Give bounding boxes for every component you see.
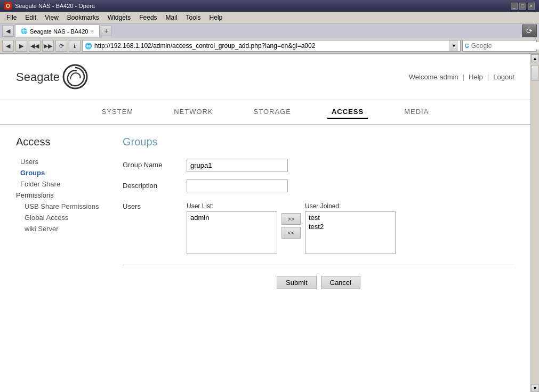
browser-title: Seagate NAS - BA420 - Opera: [15, 3, 95, 9]
group-name-row: Group Name: [123, 159, 514, 172]
menu-widgets[interactable]: Widgets: [103, 13, 135, 22]
sidebar-item-groups[interactable]: Groups: [16, 167, 112, 178]
maximize-button[interactable]: □: [519, 3, 526, 10]
logo-icon: [61, 62, 90, 92]
sidebar-item-users[interactable]: Users: [16, 156, 112, 167]
header-links: Welcome admin | Help | Logout: [409, 73, 514, 81]
submit-button[interactable]: Submit: [277, 276, 316, 289]
page-wrapper: Seagate Welcome admin | Help | Logout: [0, 54, 530, 374]
opera-home-button[interactable]: ⟳: [522, 24, 537, 37]
description-label: Description: [123, 179, 187, 190]
help-link[interactable]: Help: [469, 73, 483, 81]
window-controls[interactable]: _ □ ×: [511, 3, 535, 10]
minimize-button[interactable]: _: [511, 3, 518, 10]
form-divider: [123, 265, 514, 265]
sidebar-item-wiki[interactable]: wiki Server: [16, 223, 112, 234]
scroll-thumb[interactable]: [532, 65, 538, 81]
nav-back-button[interactable]: ◀: [2, 40, 14, 52]
menu-help[interactable]: Help: [205, 13, 227, 22]
user-list-label: User List:: [187, 202, 277, 210]
group-name-label: Group Name: [123, 159, 187, 169]
address-icon: 🌐: [85, 43, 92, 50]
action-buttons: Submit Cancel: [123, 276, 514, 289]
nav-fastforward-button[interactable]: ▶▶: [42, 40, 54, 52]
sidebar-item-global-access[interactable]: Global Access: [16, 212, 112, 223]
nav-reload-button[interactable]: ⟳: [55, 40, 67, 52]
tab-close-button[interactable]: ×: [91, 28, 94, 34]
browser-content: Seagate Welcome admin | Help | Logout: [0, 54, 539, 392]
user-list-wrap: User List: admin: [187, 202, 277, 254]
nav-stop-button[interactable]: ℹ: [69, 40, 81, 52]
menu-bookmarks[interactable]: Bookmarks: [63, 13, 103, 22]
list-item[interactable]: test: [307, 213, 394, 222]
opera-icon: O: [4, 2, 12, 10]
nav-forward-button[interactable]: ▶: [15, 40, 27, 52]
user-joined-box[interactable]: test test2: [305, 211, 396, 254]
tab-label: Seagate NAS - BA420: [30, 28, 88, 35]
list-item[interactable]: test2: [307, 222, 394, 231]
menu-edit[interactable]: Edit: [21, 13, 41, 22]
logo-text: Seagate: [16, 70, 60, 84]
scroll-down-button[interactable]: ▼: [531, 384, 539, 392]
address-input-wrap: 🌐 ▼: [82, 40, 461, 52]
nav-media[interactable]: MEDIA: [400, 105, 433, 119]
sidebar-item-folder-share[interactable]: Folder Share: [16, 178, 112, 190]
scroll-up-button[interactable]: ▲: [531, 54, 539, 62]
body-layout: Access Users Groups Folder Share Permiss…: [0, 125, 530, 300]
new-tab-button[interactable]: +: [101, 26, 111, 36]
sidebar-item-usb-share[interactable]: USB Share Permissions: [16, 201, 112, 212]
welcome-text: Welcome admin: [409, 73, 458, 81]
main-content: Groups Group Name Description: [112, 136, 514, 289]
menu-bar: File Edit View Bookmarks Widgets Feeds M…: [0, 12, 539, 23]
users-field: User List: admin >> <<: [187, 200, 514, 254]
svg-point-0: [63, 65, 87, 88]
main-nav: SYSTEM NETWORK STORAGE ACCESS MEDIA: [0, 100, 530, 125]
nav-network[interactable]: NETWORK: [170, 105, 217, 119]
scroll-track[interactable]: [531, 62, 539, 384]
users-row: Users User List: admin: [123, 200, 514, 254]
group-name-input[interactable]: [187, 159, 288, 172]
page-title: Groups: [123, 136, 514, 148]
page-content: Seagate Welcome admin | Help | Logout: [0, 54, 530, 392]
tab-bar: ◀ 🌐 Seagate NAS - BA420 × + ⟳: [0, 23, 539, 38]
nav-system[interactable]: SYSTEM: [98, 105, 138, 119]
menu-mail[interactable]: Mail: [162, 13, 182, 22]
tab-favicon: 🌐: [21, 28, 27, 34]
description-input[interactable]: [187, 179, 288, 192]
users-label: Users: [123, 200, 187, 210]
search-input[interactable]: [471, 42, 539, 50]
group-name-field: [187, 159, 514, 172]
logout-link[interactable]: Logout: [493, 73, 514, 81]
arrow-buttons: >> <<: [281, 202, 301, 239]
description-row: Description: [123, 179, 514, 192]
seagate-logo: Seagate: [16, 62, 90, 92]
active-tab[interactable]: 🌐 Seagate NAS - BA420 ×: [15, 24, 100, 37]
menu-tools[interactable]: Tools: [182, 13, 205, 22]
scrollbar[interactable]: ▲ ▼: [530, 54, 539, 392]
nav-storage[interactable]: STORAGE: [250, 105, 295, 119]
menu-feeds[interactable]: Feeds: [135, 13, 161, 22]
sidebar: Access Users Groups Folder Share Permiss…: [16, 136, 112, 289]
address-input[interactable]: [94, 42, 447, 50]
close-button[interactable]: ×: [528, 3, 535, 10]
user-joined-label: User Joined:: [305, 202, 396, 210]
browser-titlebar: O Seagate NAS - BA420 - Opera _ □ ×: [0, 0, 539, 12]
nav-access[interactable]: ACCESS: [327, 105, 368, 119]
users-section: User List: admin >> <<: [187, 202, 514, 254]
google-logo: G: [465, 43, 469, 49]
address-bar: ◀ ▶ ◀◀ ▶▶ ⟳ ℹ 🌐 ▼ G ▼: [0, 38, 539, 54]
add-user-button[interactable]: >>: [281, 213, 301, 225]
menu-view[interactable]: View: [41, 13, 63, 22]
list-item[interactable]: admin: [188, 213, 276, 222]
site-header: Seagate Welcome admin | Help | Logout: [0, 54, 530, 100]
cancel-button[interactable]: Cancel: [321, 276, 360, 289]
tab-nav-back[interactable]: ◀: [2, 25, 14, 37]
remove-user-button[interactable]: <<: [281, 227, 301, 239]
nav-rewind-button[interactable]: ◀◀: [29, 40, 41, 52]
search-wrap: G ▼: [462, 40, 537, 52]
user-list-box[interactable]: admin: [187, 211, 277, 254]
sidebar-section-permissions: Permissions: [16, 190, 112, 201]
sidebar-title: Access: [16, 136, 112, 148]
menu-file[interactable]: File: [2, 13, 21, 22]
address-dropdown-button[interactable]: ▼: [449, 40, 458, 51]
